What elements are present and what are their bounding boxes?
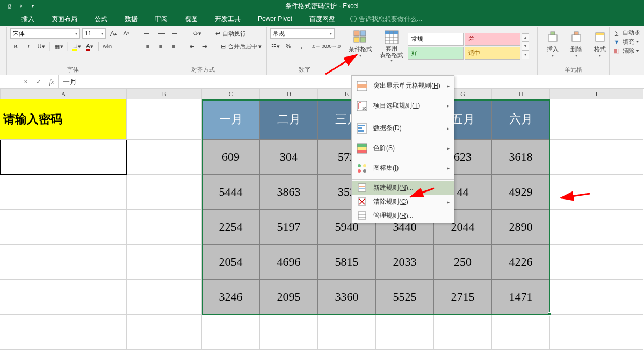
tell-me[interactable]: 告诉我您想要做什么... <box>350 15 422 24</box>
cell[interactable] <box>260 315 318 350</box>
cell[interactable] <box>127 210 202 245</box>
cf-new-rule[interactable]: 新建规则(N)... <box>352 181 454 195</box>
delete-cells-button[interactable]: 删除▾ <box>565 28 588 59</box>
cell[interactable] <box>0 175 127 210</box>
cell[interactable] <box>127 140 202 175</box>
cf-top-bottom-rules[interactable]: 10 项目选取规则(T) ▸ <box>352 96 454 116</box>
cell[interactable]: 2715 <box>434 280 492 315</box>
cell[interactable] <box>318 315 376 350</box>
col-header-A[interactable]: A <box>0 89 127 99</box>
gallery-up-icon[interactable]: ▴ <box>522 33 529 42</box>
cell[interactable] <box>127 315 202 350</box>
align-center-icon[interactable]: ≡ <box>155 41 166 52</box>
cell[interactable] <box>0 210 127 245</box>
col-header-D[interactable]: D <box>260 89 318 99</box>
col-header-H[interactable]: H <box>492 89 550 99</box>
camera-icon[interactable]: ⌖ <box>17 2 25 10</box>
cf-data-bars[interactable]: 数据条(D) ▸ <box>352 118 454 138</box>
cell[interactable]: 5815 <box>318 245 376 280</box>
accounting-format-button[interactable]: ☷▾ <box>270 41 281 52</box>
fx-icon[interactable]: fx <box>45 75 58 88</box>
cell[interactable]: 2254 <box>202 210 260 245</box>
password-prompt-cell[interactable]: 请输入密码 <box>0 99 127 140</box>
format-cells-button[interactable]: 格式▾ <box>588 28 612 59</box>
cell[interactable]: 304 <box>260 140 318 175</box>
tab-developer[interactable]: 开发工具 <box>207 12 248 26</box>
cell[interactable]: 4929 <box>492 175 550 210</box>
tab-power-pivot[interactable]: Power Pivot <box>250 13 300 25</box>
cell[interactable] <box>127 280 202 315</box>
cf-manage-rules[interactable]: 管理规则(R)... <box>352 209 454 223</box>
font-size-combo[interactable]: 11▾ <box>82 28 106 39</box>
merge-center-button[interactable]: ⊟合并后居中▾ <box>220 41 263 52</box>
clear-button[interactable]: ◧清除▾ <box>613 46 640 55</box>
cf-icon-sets[interactable]: 图标集(I) ▸ <box>352 158 454 178</box>
percent-button[interactable]: % <box>283 41 294 52</box>
cell[interactable]: 4696 <box>260 245 318 280</box>
cell[interactable] <box>202 315 260 350</box>
qat-dropdown-icon[interactable]: ▾ <box>29 2 37 10</box>
cell[interactable] <box>550 280 643 315</box>
data-header-cell[interactable]: 一月 <box>202 99 260 140</box>
tab-page-layout[interactable]: 页面布局 <box>44 12 85 26</box>
align-bottom-icon[interactable] <box>170 28 182 39</box>
cell[interactable]: 2054 <box>202 245 260 280</box>
gallery-down-icon[interactable]: ▾ <box>522 42 529 51</box>
format-as-table-button[interactable]: 套用 表格格式▾ <box>377 28 407 64</box>
cell[interactable]: 5444 <box>202 175 260 210</box>
bold-button[interactable]: B <box>10 41 21 52</box>
cell[interactable] <box>127 245 202 280</box>
enter-formula-icon[interactable]: ✓ <box>32 75 45 88</box>
password-input-cell[interactable] <box>0 140 127 175</box>
cell[interactable] <box>0 245 127 280</box>
orientation-button[interactable]: ⟳▾ <box>192 28 202 39</box>
style-bad[interactable]: 差 <box>465 33 520 46</box>
cell[interactable]: 1471 <box>492 280 550 315</box>
cell[interactable] <box>0 280 127 315</box>
conditional-format-button[interactable]: 条件格式▾ <box>345 28 375 64</box>
name-box[interactable] <box>0 75 19 88</box>
quick-access-icon[interactable]: ⎙ <box>5 2 13 10</box>
cell[interactable] <box>127 99 202 140</box>
cell[interactable]: 4226 <box>492 245 550 280</box>
cell[interactable]: 3246 <box>202 280 260 315</box>
autosum-button[interactable]: ∑自动求 <box>613 28 640 37</box>
cell[interactable] <box>127 175 202 210</box>
col-header-B[interactable]: B <box>127 89 202 99</box>
increase-font-icon[interactable]: A▴ <box>108 28 119 39</box>
cell[interactable]: 3618 <box>492 140 550 175</box>
phonetic-button[interactable]: wén <box>102 41 113 52</box>
data-header-cell[interactable]: 六月 <box>492 99 550 140</box>
italic-button[interactable]: I <box>23 41 34 52</box>
cell[interactable] <box>550 140 643 175</box>
tab-baidu[interactable]: 百度网盘 <box>302 12 343 26</box>
cancel-formula-icon[interactable]: × <box>19 75 32 88</box>
fill-color-button[interactable]: ⬚▾ <box>71 41 82 52</box>
font-color-button[interactable]: A▾ <box>84 41 95 52</box>
fill-button[interactable]: ▼填充▾ <box>613 37 640 46</box>
underline-button[interactable]: U▾ <box>36 41 47 52</box>
insert-cells-button[interactable]: 插入▾ <box>541 28 565 59</box>
spreadsheet-grid[interactable]: ABCDEFGHI 请输入密码一月二月三月四月五月六月6093045726233… <box>0 89 644 363</box>
border-button[interactable]: ▦▾ <box>53 41 64 52</box>
cell[interactable]: 2095 <box>260 280 318 315</box>
cell[interactable] <box>492 315 550 350</box>
col-header-C[interactable]: C <box>202 89 260 99</box>
cell[interactable]: 250 <box>434 245 492 280</box>
cf-color-scales[interactable]: 色阶(S) ▸ <box>352 138 454 158</box>
align-left-icon[interactable]: ≡ <box>142 41 153 52</box>
tab-view[interactable]: 视图 <box>177 12 205 26</box>
number-format-combo[interactable]: 常规▾ <box>270 28 335 39</box>
cell[interactable] <box>550 175 643 210</box>
wrap-text-button[interactable]: ↩自动换行 <box>214 28 247 39</box>
data-header-cell[interactable]: 二月 <box>260 99 318 140</box>
style-good[interactable]: 好 <box>408 47 464 60</box>
font-name-combo[interactable]: 宋体▾ <box>10 28 80 39</box>
cell[interactable]: 3360 <box>318 280 376 315</box>
tab-review[interactable]: 审阅 <box>147 12 175 26</box>
increase-indent-icon[interactable]: ⇥ <box>199 41 210 52</box>
cell[interactable] <box>550 245 643 280</box>
style-normal[interactable]: 常规 <box>408 33 464 46</box>
cell[interactable]: 2890 <box>492 210 550 245</box>
tab-insert[interactable]: 插入 <box>14 12 42 26</box>
